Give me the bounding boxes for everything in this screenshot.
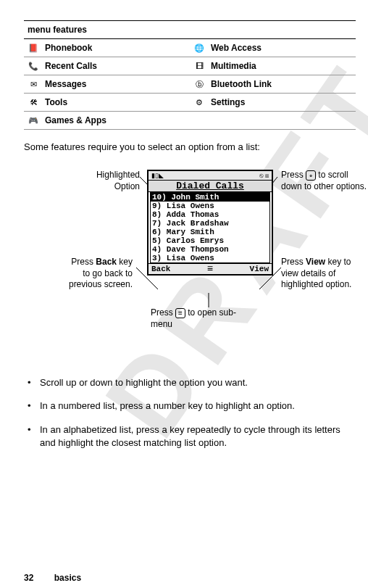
feature-label: Multimedia [211,61,256,71]
instruction-list: Scroll up or down to highlight the optio… [24,376,356,450]
games-icon: 🎮 [28,115,39,125]
list-item[interactable]: 9) Lisa Owens [151,202,269,210]
list-item[interactable]: 7) Jack Bradshaw [151,219,269,228]
list-item[interactable]: 10) John Smith [151,193,269,202]
callout-view: Press View key to view details of highli… [281,257,368,291]
softkey-back[interactable]: Back [151,265,170,273]
battery-icon: ⎋ ▥ [259,172,269,179]
feature-label: Web Access [211,43,262,53]
page-footer: 32 basics [24,573,81,583]
page-number: 32 [24,573,33,583]
feature-label: Recent Calls [45,61,97,71]
web-access-icon: 🌐 [193,43,205,53]
feature-label: Tools [45,97,67,107]
table-header: menu features [24,21,356,39]
signal-icon: ▮▯◣ [151,172,164,179]
feature-label: Settings [211,97,245,107]
list-item[interactable]: 3) Lisa Owens [151,254,269,262]
messages-icon: ✉ [28,79,39,89]
feature-label: Messages [45,79,86,89]
bullet-item: In an alphabetized list, press a key rep… [24,423,356,450]
bullet-item: In a numbered list, press a number key t… [24,399,356,413]
feature-label: Bluetooth Link [211,79,272,89]
section-name: basics [54,573,81,583]
callout-scroll: Press ∘ to scroll down to other options. [281,170,368,192]
softkey-menu[interactable]: ≡ [207,265,213,273]
list-item[interactable]: 8) Adda Thomas [151,210,269,219]
callout-highlighted: Highlighted Option [71,170,140,192]
phone-diagram: Highlighted Option Press Back key to go … [24,162,356,365]
callout-back: Press Back key to go back to previous sc… [64,257,133,291]
recent-calls-icon: 📞 [28,61,39,71]
bluetooth-icon: ⓑ [193,79,205,89]
list-item[interactable]: 4) Dave Thompson [151,245,269,254]
screen-title: Dialed Calls [149,181,272,192]
list-item[interactable]: 5) Carlos Emrys [151,236,269,245]
feature-label: Phonebook [45,43,92,53]
bullet-item: Scroll up or down to highlight the optio… [24,376,356,389]
softkey-view[interactable]: View [250,265,269,273]
menu-features-table: menu features 📕Phonebook 🌐Web Access 📞Re… [24,20,356,130]
settings-icon: ⚙ [193,97,205,107]
nav-key-icon: ∘ [306,170,316,181]
call-list: 10) John Smith 9) Lisa Owens 8) Adda Tho… [150,192,270,263]
feature-label: Games & Apps [45,115,106,125]
list-item[interactable]: 6) Mary Smith [151,228,269,236]
callout-menu: Press ≡ to open sub-menu [151,307,252,330]
multimedia-icon: 🎞 [193,61,205,71]
menu-key-icon: ≡ [175,308,185,318]
tools-icon: 🛠 [28,97,39,107]
phone-screen: ▮▯◣ ⎋ ▥ Dialed Calls 10) John Smith 9) L… [147,170,273,276]
phonebook-icon: 📕 [28,43,39,53]
intro-text: Some features require you to select an o… [24,141,356,154]
